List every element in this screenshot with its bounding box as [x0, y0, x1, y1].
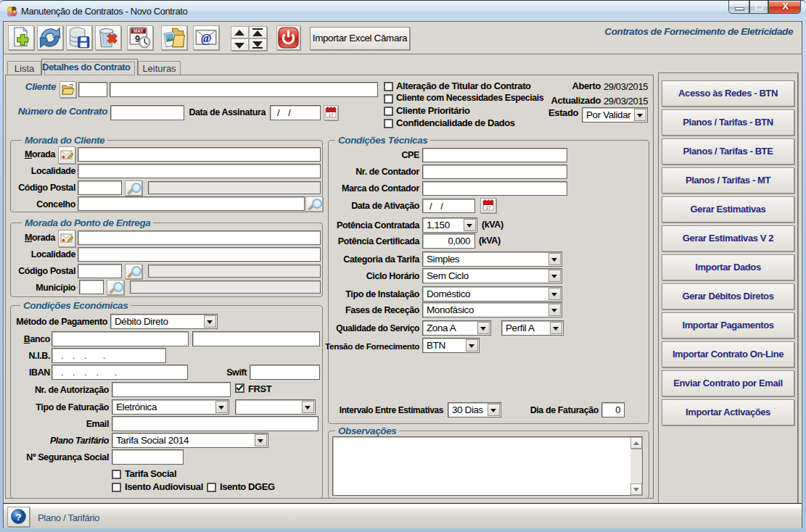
- svg-text:MAY: MAY: [133, 28, 144, 33]
- svg-text:17: 17: [329, 113, 334, 117]
- svg-text:@: @: [201, 31, 211, 45]
- svg-text:?: ?: [15, 512, 21, 523]
- svg-text:17: 17: [486, 206, 491, 210]
